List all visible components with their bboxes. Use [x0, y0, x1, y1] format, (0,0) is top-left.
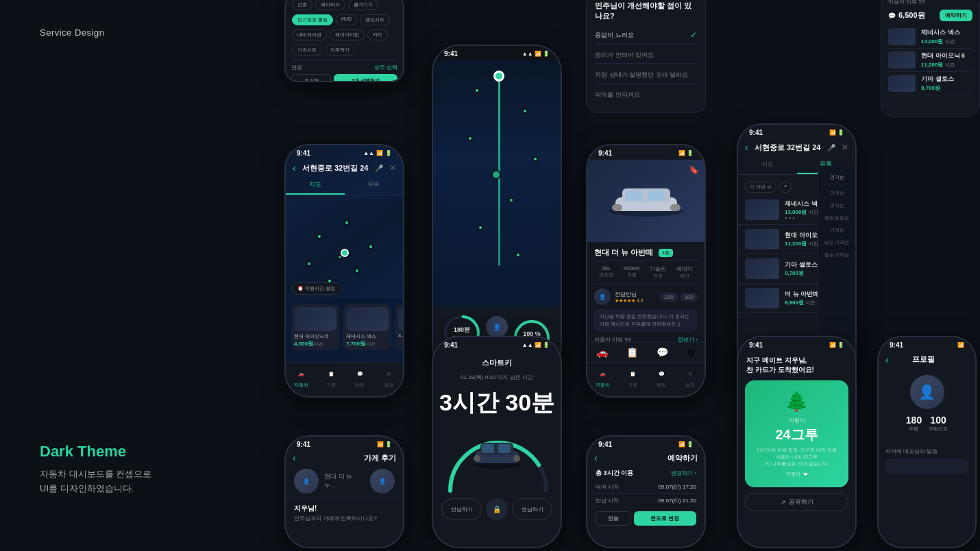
filter-tag[interactable]: 패이아이번 — [330, 29, 365, 40]
svg-rect-10 — [648, 191, 665, 201]
extend-btn[interactable]: 연납하기 — [512, 498, 552, 520]
phone-large-map: 9:41 ▲▲ 📶 🔋 — [432, 45, 562, 374]
svg-rect-16 — [482, 444, 494, 453]
svg-rect-17 — [498, 444, 511, 453]
qa-panel: 민주님이 개선해야할 점이 있나요? 응답이 느려요 ✓ 정리가 안되어 있어요… — [586, 0, 706, 113]
phone-profile: 9:41 📶 ‹ 프로필 👤 180 주행 — [877, 336, 977, 548]
service-design-label: Service Design — [40, 27, 104, 38]
nav-chat-2[interactable]: 💬채팅 — [655, 368, 667, 389]
back-button-2[interactable]: ‹ — [745, 142, 748, 153]
back-button-4[interactable]: ‹ — [594, 452, 598, 463]
nav-settings[interactable]: ⚙ 설정 — [382, 368, 395, 389]
svg-rect-8 — [670, 204, 681, 211]
back-button[interactable]: ‹ — [293, 162, 296, 173]
filter-tag-active[interactable]: 인기번호 통일 — [292, 14, 333, 25]
filter-tag[interactable]: 자주막기 — [325, 45, 355, 56]
filter-tag[interactable]: 패이버스 — [315, 0, 345, 10]
filter-tag[interactable]: 선호 — [292, 0, 313, 10]
svg-rect-9 — [626, 191, 643, 201]
filter-tag[interactable]: 내비게이션 — [292, 29, 327, 40]
phone-review: 9:41 📶 🔋 ‹ 가게 후기 👤 현대 더 뉴 누... 👤 지우님! 민주… — [284, 435, 404, 548]
reset-btn[interactable]: 초기화 — [291, 74, 331, 81]
svg-rect-14 — [474, 455, 480, 462]
dark-theme-section: Dark Theme 자동차 대시보드를 컨셉으로 UI를 디자인하였습니다. — [40, 443, 151, 496]
phone-detail-partial: 이용자 리뷰 53 💬 6,500원 예약하기 제네시스 넥스 13,000원 … — [881, 0, 980, 117]
svg-rect-7 — [612, 204, 622, 211]
nav-history-2[interactable]: 📋기록 — [626, 368, 639, 389]
close-button-2[interactable]: ✕ — [842, 143, 848, 152]
dark-theme-desc: 자동차 대시보드를 컨셉으로 UI를 디자인하였습니다. — [40, 467, 151, 496]
back-btn-5[interactable]: ‹ — [885, 354, 889, 365]
filter-tag[interactable]: 즐겨기기 — [348, 0, 378, 10]
phone-reservation: 9:41 📶 🔋 ‹ 예약하기 총 3시간 이용 변경하기 › 대여 시작 09… — [586, 435, 706, 548]
nav-settings-2[interactable]: ⚙설정 — [684, 368, 696, 389]
phone-filter: 선호 패이버스 즐겨기기 인기번호 통일 HUD 앱선시트 내비게이션 패이아이… — [284, 0, 404, 82]
svg-rect-15 — [513, 455, 520, 462]
phone-map-list: 9:41 ▲▲ 📶 🔋 ‹ 서현중로 32번길 24 🎤 ✕ 지도 목록 — [284, 144, 404, 397]
tab-list[interactable]: 목록 — [345, 176, 404, 195]
close-button[interactable]: ✕ — [389, 163, 396, 173]
share-btn[interactable]: ↗ 공유하기 — [745, 493, 848, 511]
select-btn[interactable]: 1개 선택하기 — [334, 74, 397, 81]
nav-chat[interactable]: 💬 채팅 — [354, 368, 366, 389]
dark-theme-title: Dark Theme — [40, 443, 151, 461]
page-container: Service Design Dark Theme 자동차 대시보드를 컨셉으로… — [0, 0, 980, 551]
filter-tag[interactable]: HUD — [336, 14, 357, 25]
back-button-3[interactable]: ‹ — [293, 452, 296, 463]
complete-btn[interactable]: 완도로 변경 — [634, 511, 696, 526]
filter-tag[interactable]: 기속시트 — [292, 45, 322, 56]
filter-tag[interactable]: 카드 — [367, 29, 388, 40]
phone-eco: 9:41 📶 🔋 지구 메이트 지우님,찬 카드가 도착했어요! 🌲 카링이 2… — [737, 336, 857, 548]
phone-smartkey: 9:41 ▲▲ 📶 🔋 스마트키 01.28(목) 9:30 까지 남은 시간 … — [432, 336, 562, 548]
phone-car-detail: 9:41 📶 🔋 � — [586, 144, 706, 397]
tab-map-2[interactable]: 지도 — [738, 156, 797, 174]
return-btn[interactable]: 반납하기 — [441, 498, 482, 520]
nav-car[interactable]: 🚗 자동차 — [294, 368, 308, 389]
book-btn[interactable]: 예약하기 — [940, 10, 972, 21]
filter-tag[interactable]: 앱선시트 — [360, 14, 390, 25]
nav-history[interactable]: 📋 기록 — [325, 368, 337, 389]
nav-car-2[interactable]: 🚗자동차 — [596, 368, 610, 389]
cancel-btn[interactable]: 환불 — [596, 511, 631, 526]
tab-map[interactable]: 지도 — [286, 176, 345, 195]
